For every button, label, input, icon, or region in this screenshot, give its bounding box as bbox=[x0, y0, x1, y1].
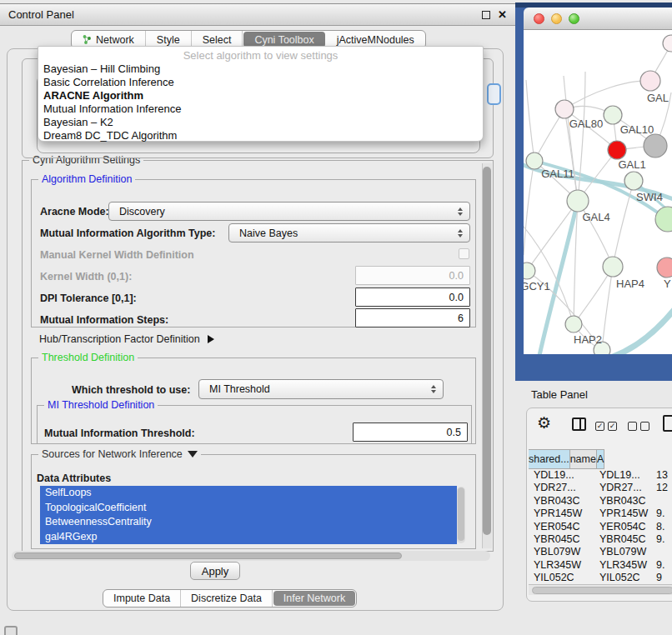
table-hscrollbar-thumb[interactable] bbox=[532, 587, 672, 594]
hub-definition-toggle[interactable]: Hub/Transcription Factor Definition bbox=[39, 333, 214, 345]
dpi-tolerance-input[interactable] bbox=[355, 288, 470, 307]
dpi-tolerance-label: DPI Tolerance [0,1]: bbox=[40, 292, 137, 304]
which-threshold-select[interactable]: MI Threshold bbox=[198, 379, 444, 399]
combo-focus-remnant[interactable] bbox=[487, 83, 501, 105]
table-row[interactable]: YBL079W YBL079W bbox=[529, 546, 672, 558]
mi-type-select[interactable]: Naive Bayes bbox=[228, 223, 470, 242]
network-node-salmon[interactable] bbox=[657, 258, 672, 278]
settings-hscrollbar-thumb[interactable] bbox=[14, 552, 402, 559]
dropdown-item[interactable]: ARACNE Algorithm bbox=[38, 89, 483, 102]
minimize-traffic-icon[interactable] bbox=[551, 13, 562, 24]
network-node-label: Y bbox=[664, 278, 671, 290]
table-row[interactable]: YDR27... YDR27... 12 bbox=[529, 482, 672, 494]
network-window-titlebar[interactable] bbox=[524, 8, 672, 30]
algorithm-definition-label: Algorithm Definition bbox=[38, 173, 135, 185]
network-node-label: GAL bbox=[647, 92, 669, 104]
network-node-label: GCY1 bbox=[524, 280, 550, 292]
network-node-gal11[interactable] bbox=[526, 152, 543, 169]
cell-name: YBR043C bbox=[594, 495, 651, 508]
sources-group-label[interactable]: Sources for Network Inference bbox=[38, 448, 201, 460]
algorithm-dropdown: Select algorithm to view settings Bayesi… bbox=[38, 46, 484, 142]
table-row[interactable]: YBR045C YBR045C 9. bbox=[529, 533, 672, 546]
dock-corner-icon[interactable] bbox=[4, 626, 18, 635]
cell-shared-name: YDL19... bbox=[529, 469, 594, 482]
network-icon bbox=[83, 35, 92, 44]
network-node-top-partial[interactable] bbox=[663, 35, 672, 52]
cell-value: 12 bbox=[651, 482, 672, 494]
network-node-label: GAL11 bbox=[541, 168, 574, 180]
table-file-icon[interactable] bbox=[663, 415, 672, 432]
table-row[interactable]: YPR145W YPR145W 9. bbox=[529, 508, 672, 520]
kernel-width-label: Kernel Width (0,1): bbox=[40, 271, 132, 282]
data-attributes-list: SelfLoopsTopologicalCoefficientBetweenne… bbox=[40, 486, 457, 544]
control-panel-titlebar[interactable]: Control Panel ✕ bbox=[0, 3, 515, 26]
settings-scrollbar-thumb[interactable] bbox=[483, 167, 491, 535]
show-all-columns-icon[interactable]: ✓ ✓ bbox=[595, 422, 617, 431]
table-panel-title: Table Panel bbox=[531, 388, 588, 401]
close-traffic-icon[interactable] bbox=[534, 13, 544, 24]
attribute-list-item[interactable]: SelfLoops bbox=[40, 486, 457, 501]
manual-kernel-checkbox[interactable] bbox=[459, 248, 469, 259]
attributes-scrollbar[interactable] bbox=[457, 487, 465, 543]
network-node-hap4[interactable] bbox=[603, 257, 623, 277]
close-icon[interactable]: ✕ bbox=[498, 11, 507, 19]
threshold-group-label: Threshold Definition bbox=[38, 352, 138, 363]
float-window-icon[interactable] bbox=[482, 11, 490, 19]
aracne-mode-select[interactable]: Discovery bbox=[108, 202, 470, 221]
dropdown-item[interactable]: Mutual Information Inference bbox=[38, 102, 483, 116]
dropdown-item[interactable]: Dream8 DC_TDC Algorithm bbox=[38, 129, 483, 142]
dropdown-item[interactable]: Bayesian – Hill Climbing bbox=[38, 62, 483, 76]
table-body: YDL19... YDL19... 13 YDR27... YDR27... 1… bbox=[529, 469, 672, 585]
network-node-gal4[interactable] bbox=[567, 190, 589, 212]
cell-value: 9. bbox=[651, 533, 672, 546]
table-header-cell[interactable]: shared... bbox=[529, 449, 570, 469]
mi-steps-input[interactable] bbox=[355, 308, 470, 328]
network-node-big-green[interactable] bbox=[655, 207, 672, 232]
kernel-width-input[interactable] bbox=[355, 266, 470, 285]
apply-button[interactable]: Apply bbox=[190, 562, 240, 580]
network-node-label: SWI4 bbox=[636, 191, 663, 203]
dropdown-item[interactable]: Bayesian – K2 bbox=[38, 116, 483, 129]
table-row[interactable]: YIL052C YIL052C 9 bbox=[529, 572, 672, 584]
cyni-settings-group: Cyni Algorithm Settings Algorithm Defini… bbox=[22, 160, 494, 552]
table-row[interactable]: YER054C YER054C 8. bbox=[529, 521, 672, 533]
table-header-row: shared... name A bbox=[529, 449, 672, 469]
mi-threshold-label: Mutual Information Threshold: bbox=[44, 428, 195, 439]
unchecked-box-icon bbox=[640, 422, 649, 431]
bottom-tab[interactable]: Discretize Data bbox=[181, 590, 273, 607]
network-node-gray[interactable] bbox=[644, 134, 667, 158]
manual-kernel-label: Manual Kernel Width Definition bbox=[40, 249, 194, 261]
network-node-gal10[interactable] bbox=[604, 106, 622, 124]
bottom-tab[interactable]: Infer Network bbox=[273, 591, 355, 606]
dropdown-items: Bayesian – Hill Climbing Basic Correlati… bbox=[38, 62, 483, 143]
attribute-list-item[interactable]: TopologicalCoefficient bbox=[40, 501, 457, 516]
table-row[interactable]: YDL19... YDL19... 13 bbox=[529, 469, 672, 482]
table-row[interactable]: YBR043C YBR043C bbox=[529, 495, 672, 508]
network-node-gal1[interactable] bbox=[608, 141, 626, 159]
table-hscrollbar-track[interactable] bbox=[529, 584, 672, 595]
bottom-tab[interactable]: Impute Data bbox=[103, 590, 181, 607]
cell-value: 9 bbox=[651, 572, 672, 584]
column-layout-icon[interactable] bbox=[572, 418, 586, 431]
aracne-mode-label: Aracne Mode: bbox=[40, 206, 109, 218]
attribute-list-item[interactable]: BetweennessCentrality bbox=[40, 515, 457, 530]
dropdown-item[interactable]: Basic Correlation Inference bbox=[38, 76, 483, 89]
table-settings-gear-icon[interactable]: ⚙ bbox=[537, 415, 551, 432]
network-node-gal-pink[interactable] bbox=[640, 71, 660, 91]
mi-threshold-input[interactable] bbox=[353, 422, 468, 442]
table-header-cell[interactable]: name bbox=[570, 449, 597, 469]
table-row[interactable]: YLR345W YLR345W 9. bbox=[529, 559, 672, 572]
network-node-swi4[interactable] bbox=[624, 172, 643, 190]
cell-name: YDL19... bbox=[594, 469, 651, 482]
network-canvas[interactable]: GALGAL80GAL10GAL1GAL11SWI4GAL4HAP4YGCY1H… bbox=[524, 30, 672, 354]
hide-all-columns-icon[interactable] bbox=[628, 422, 649, 431]
network-node-hap2[interactable] bbox=[565, 316, 582, 332]
cell-shared-name: YER054C bbox=[529, 521, 594, 533]
attributes-scrollbar-thumb[interactable] bbox=[458, 488, 464, 541]
network-node-gal80[interactable] bbox=[555, 100, 574, 118]
dropdown-item-label: ARACNE Algorithm bbox=[43, 89, 143, 102]
table-header-cell[interactable]: A bbox=[597, 449, 604, 469]
network-node-gcy1[interactable] bbox=[524, 262, 535, 279]
zoom-traffic-icon[interactable] bbox=[569, 13, 579, 24]
attribute-list-item[interactable]: gal4RGexp bbox=[40, 530, 457, 545]
